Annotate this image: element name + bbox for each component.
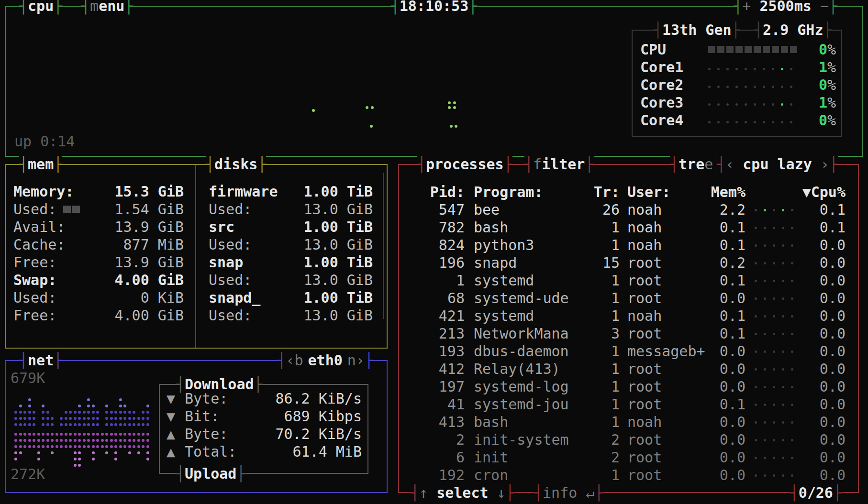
process-cpu-graph-dot: [773, 315, 775, 318]
interface-switcher: ‹beth0n›: [277, 351, 373, 369]
sort-next-button[interactable]: ›: [812, 156, 829, 173]
filter-button[interactable]: filter: [524, 155, 594, 173]
graph-dot: [453, 101, 456, 104]
select-down-button[interactable]: ↓: [489, 484, 506, 501]
graph-dot: [133, 439, 135, 442]
process-cpu-graph-dot: [764, 280, 766, 282]
interval-value: 2500ms: [751, 0, 820, 14]
process-row[interactable]: 192 cron 1 root 0.0 0.0: [399, 466, 858, 484]
process-row[interactable]: 413 bash 1 noah 0.0 0.0: [399, 413, 858, 431]
graph-dot: [74, 411, 77, 414]
graph-dot: [33, 411, 35, 414]
process-threads: 15: [572, 254, 620, 272]
graph-dot: [28, 405, 31, 407]
process-row[interactable]: 824 python3 1 noah 0.1 0.0: [399, 236, 858, 254]
processes-panel-title[interactable]: processes: [417, 155, 512, 173]
process-row[interactable]: 196 snapd 15 root 0.2 0.0: [399, 254, 858, 272]
meter-dot: [726, 103, 729, 106]
graph-dot: [96, 423, 99, 426]
process-pid: 213: [409, 325, 465, 342]
column-header-cpu[interactable]: ▼Cpu%: [798, 183, 846, 201]
interval-decrease-button[interactable]: −: [820, 0, 829, 14]
process-row[interactable]: 1 systemd 1 root 0.1 0.0: [399, 272, 858, 289]
process-row[interactable]: 547 bee 26 noah 2.2 0.1: [399, 201, 858, 219]
process-row[interactable]: 2 init-system 2 root 0.0 0.0: [399, 431, 858, 449]
cpu-panel-title[interactable]: cpu: [19, 0, 62, 15]
graph-dot: [46, 433, 49, 436]
graph-dot: [14, 433, 17, 436]
process-mem: 0.0: [698, 289, 746, 307]
process-cpu-graph-dot: [791, 333, 793, 335]
meter-dot: [726, 121, 729, 123]
net-stat-row: ▲ Byte: 70.2 KiB/s: [160, 425, 367, 443]
process-row[interactable]: 6 init 2 root 0.0 0.0: [399, 449, 858, 466]
column-header-threads[interactable]: Tr:: [572, 183, 620, 201]
process-row[interactable]: 421 systemd 1 noah 0.1 0.0: [399, 307, 858, 325]
process-row[interactable]: 68 systemd-ude 1 root 0.0 0.0: [399, 289, 858, 307]
select-up-button[interactable]: ↑: [419, 484, 436, 501]
process-threads: 26: [572, 201, 620, 219]
graph-dot: [96, 445, 99, 448]
cpu-core-row: Core2 0%: [640, 76, 836, 94]
network-panel-title[interactable]: net: [19, 351, 62, 369]
graph-dot: [105, 445, 108, 448]
column-header-pid[interactable]: Pid:: [409, 183, 465, 201]
memory-panel-title[interactable]: mem: [19, 155, 62, 173]
process-name: python3: [474, 236, 534, 254]
graph-dot: [101, 433, 104, 436]
graph-dot: [42, 445, 45, 448]
core-usage-value: 0%: [819, 41, 836, 58]
process-mem: 0.0: [698, 413, 746, 431]
stat-value: 0 KiB: [141, 289, 184, 307]
network-panel: net ‹beth0n› 679K 272K Download Upload ▼…: [5, 360, 388, 493]
graph-dot: [51, 445, 54, 448]
process-cpu-graph-dot: [791, 351, 793, 353]
core-label: Core3: [640, 94, 683, 111]
graph-dot: [28, 439, 31, 442]
process-row[interactable]: 197 systemd-log 1 root 0.0 0.0: [399, 378, 858, 395]
process-table-header: Pid: Program: Tr: User: Mem% ▼Cpu%: [399, 183, 858, 201]
sort-prev-button[interactable]: ‹: [725, 156, 743, 173]
process-row[interactable]: 213 NetworkMana 3 root 0.1 0.0: [399, 325, 858, 342]
column-header-user[interactable]: User:: [627, 183, 670, 201]
info-button[interactable]: info ↵: [534, 484, 603, 502]
disks-scrollbar[interactable]: [383, 173, 384, 319]
process-cpu-graph-dot: [791, 209, 793, 211]
process-cpu-graph-dot: [764, 315, 766, 318]
graph-dot: [60, 439, 63, 442]
process-row[interactable]: 41 systemd-jou 1 root 0.1 0.0: [399, 395, 858, 413]
menu-button[interactable]: menu: [81, 0, 133, 15]
core-usage-value: 1%: [819, 94, 836, 111]
select-button[interactable]: select: [436, 484, 488, 501]
graph-dot: [33, 417, 35, 420]
process-row[interactable]: 193 dbus-daemon 1 messageb+ 0.0 0.0: [399, 342, 858, 360]
column-header-mem[interactable]: Mem%: [698, 183, 746, 201]
interval-increase-button[interactable]: +: [742, 0, 751, 14]
process-row[interactable]: 782 bash 1 noah 0.1 0.1: [399, 219, 858, 236]
process-mem: 2.2: [698, 201, 746, 219]
interface-next-button[interactable]: n›: [347, 352, 365, 369]
core-meter: [708, 76, 804, 94]
select-control: ↑ select ↓: [411, 484, 514, 502]
process-cpu-graph-dot: [755, 209, 757, 211]
process-cpu-graph-dot: [764, 244, 766, 247]
process-mem: 0.0: [698, 378, 746, 395]
process-row[interactable]: 412 Relay(413) 1 root 0.0 0.0: [399, 360, 858, 378]
process-cpu: 0.0: [798, 289, 846, 307]
graph-dot: [69, 423, 72, 426]
process-mem: 0.1: [698, 395, 746, 413]
graph-dot: [133, 411, 135, 414]
process-user: root: [627, 254, 662, 272]
uptime-label: up 0:14: [14, 132, 75, 150]
disks-panel-title[interactable]: disks: [206, 155, 266, 173]
stat-value: 13.0 GiB: [304, 307, 373, 324]
process-pid: 192: [409, 466, 465, 484]
filter-hotkey: f: [533, 156, 542, 173]
graph-dot: [105, 405, 108, 407]
interface-prev-button[interactable]: ‹b: [286, 352, 303, 369]
graph-dot: [83, 439, 86, 442]
tree-button[interactable]: tree: [670, 155, 722, 173]
graph-dot: [101, 445, 104, 448]
process-name: snapd: [474, 254, 517, 272]
column-header-program[interactable]: Program:: [474, 183, 543, 201]
